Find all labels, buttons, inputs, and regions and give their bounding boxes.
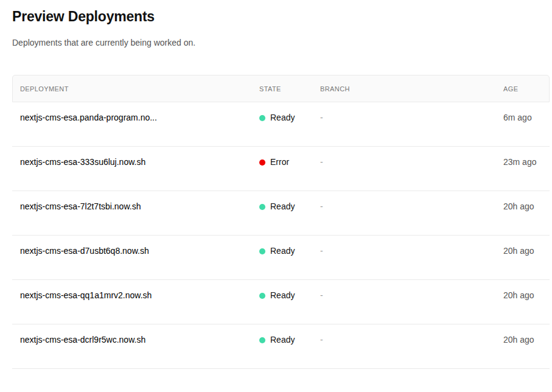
- state-label: Ready: [270, 246, 295, 256]
- state-cell: Ready: [259, 113, 320, 123]
- branch-cell: -: [320, 335, 503, 345]
- branch-cell: -: [320, 113, 503, 123]
- state-dot-icon: [259, 115, 265, 121]
- state-label: Ready: [270, 201, 295, 212]
- column-header-deployment: DEPLOYMENT: [20, 85, 259, 93]
- state-dot-icon: [259, 159, 265, 166]
- state-cell: Ready: [259, 290, 320, 301]
- state-cell: Error: [259, 157, 320, 167]
- deployments-table: DEPLOYMENT STATE BRANCH AGE nextjs-cms-e…: [12, 75, 550, 369]
- table-body: nextjs-cms-esa.panda-program.no... Ready…: [12, 102, 550, 369]
- table-row[interactable]: nextjs-cms-esa.panda-program.no... Ready…: [12, 102, 550, 147]
- state-cell: Ready: [259, 201, 320, 212]
- state-label: Ready: [270, 290, 295, 301]
- branch-cell: -: [320, 246, 503, 256]
- table-header: DEPLOYMENT STATE BRANCH AGE: [12, 75, 550, 102]
- state-dot-icon: [259, 293, 265, 299]
- column-header-state: STATE: [259, 85, 320, 93]
- deployment-cell: nextjs-cms-esa-dcrl9r5wc.now.sh: [20, 335, 259, 345]
- deployment-link[interactable]: nextjs-cms-esa-333su6luj.now.sh: [20, 157, 251, 167]
- state-cell: Ready: [259, 335, 320, 345]
- table-row[interactable]: nextjs-cms-esa-d7usbt6q8.now.sh Ready - …: [12, 236, 550, 280]
- age-cell: 6m ago: [503, 113, 542, 123]
- branch-cell: -: [320, 157, 503, 167]
- page-subtitle: Deployments that are currently being wor…: [12, 38, 540, 48]
- table-row[interactable]: nextjs-cms-esa-333su6luj.now.sh Error - …: [12, 147, 550, 191]
- state-dot-icon: [259, 204, 265, 210]
- state-label: Ready: [270, 113, 295, 123]
- deployment-link[interactable]: nextjs-cms-esa-qq1a1mrv2.now.sh: [20, 290, 251, 301]
- column-header-age: AGE: [503, 85, 542, 93]
- state-dot-icon: [259, 337, 265, 343]
- deployment-link[interactable]: nextjs-cms-esa-7l2t7tsbi.now.sh: [20, 201, 251, 212]
- table-row[interactable]: nextjs-cms-esa-7l2t7tsbi.now.sh Ready - …: [12, 191, 550, 236]
- state-label: Error: [270, 157, 289, 167]
- age-cell: 20h ago: [503, 335, 542, 345]
- deployment-link[interactable]: nextjs-cms-esa-d7usbt6q8.now.sh: [20, 246, 251, 256]
- column-header-branch: BRANCH: [320, 85, 503, 93]
- state-cell: Ready: [259, 246, 320, 256]
- table-row[interactable]: nextjs-cms-esa-dcrl9r5wc.now.sh Ready - …: [12, 324, 550, 369]
- branch-cell: -: [320, 201, 503, 212]
- state-label: Ready: [270, 335, 295, 345]
- page-title: Preview Deployments: [12, 8, 540, 25]
- deployment-link[interactable]: nextjs-cms-esa-dcrl9r5wc.now.sh: [20, 335, 251, 345]
- state-dot-icon: [259, 248, 265, 254]
- deployment-cell: nextjs-cms-esa-7l2t7tsbi.now.sh: [20, 201, 259, 212]
- deployment-cell: nextjs-cms-esa-333su6luj.now.sh: [20, 157, 259, 167]
- deployment-cell: nextjs-cms-esa-d7usbt6q8.now.sh: [20, 246, 259, 256]
- age-cell: 20h ago: [503, 290, 542, 301]
- deployment-cell: nextjs-cms-esa.panda-program.no...: [20, 113, 259, 123]
- age-cell: 23m ago: [503, 157, 542, 167]
- deployment-link[interactable]: nextjs-cms-esa.panda-program.no...: [20, 113, 251, 123]
- age-cell: 20h ago: [503, 246, 542, 256]
- table-row[interactable]: nextjs-cms-esa-qq1a1mrv2.now.sh Ready - …: [12, 280, 550, 324]
- deployment-cell: nextjs-cms-esa-qq1a1mrv2.now.sh: [20, 290, 259, 301]
- age-cell: 20h ago: [503, 201, 542, 212]
- page-header: Preview Deployments Deployments that are…: [0, 0, 552, 48]
- branch-cell: -: [320, 290, 503, 301]
